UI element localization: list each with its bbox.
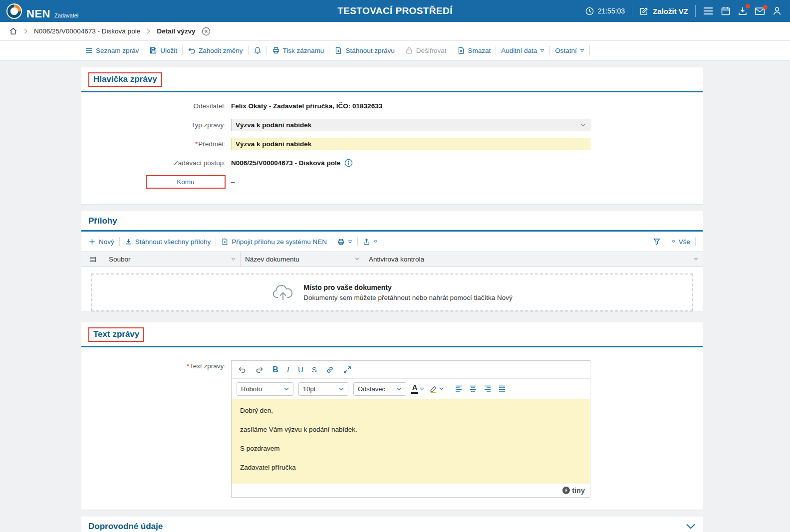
editor-undo-icon[interactable] [238, 366, 247, 373]
attach-from-nen-button[interactable]: Připojit přílohu ze systému NEN [221, 238, 327, 246]
nen-brand[interactable]: NEN Zadavatel [6, 3, 78, 19]
fullscreen-icon[interactable] [343, 365, 352, 374]
document-delete-icon [457, 46, 465, 54]
font-size-value: 10pt [303, 385, 315, 393]
export-attachments-menu[interactable] [363, 238, 378, 246]
toolbar-divider [216, 237, 216, 246]
toolbar-divider [332, 237, 332, 246]
message-type-value: Výzva k podání nabídek [236, 121, 311, 129]
procedure-value: N006/25/V00004673 - Disková pole [231, 159, 340, 167]
bold-button[interactable]: B [272, 365, 278, 374]
audit-data-label: Auditní data [501, 47, 537, 54]
create-vz-button[interactable]: Založit VZ [639, 6, 688, 16]
chevron-down-icon[interactable] [686, 524, 696, 530]
toolbar-divider [182, 46, 183, 55]
message-list-button[interactable]: Seznam zpráv [85, 46, 139, 54]
align-left-icon[interactable] [455, 385, 463, 392]
toolbar-divider [248, 46, 249, 55]
print-record-label: Tisk záznamu [283, 47, 324, 54]
download-message-label: Stáhnout zprávu [345, 47, 394, 54]
required-asterisk: * [187, 362, 189, 370]
italic-button[interactable]: I [287, 365, 289, 374]
strikethrough-button[interactable]: S [312, 365, 317, 374]
caret-down-icon [671, 240, 676, 244]
filter-caret-icon[interactable] [694, 258, 698, 261]
filter-caret-icon[interactable] [355, 258, 359, 261]
highlight-color-button[interactable] [429, 385, 444, 393]
create-vz-label: Založit VZ [653, 7, 688, 15]
filter-icon[interactable] [653, 238, 661, 246]
delete-label: Smazat [468, 47, 491, 54]
other-menu[interactable]: Ostatní [555, 47, 584, 54]
column-header-soubor[interactable]: Soubor [104, 252, 241, 266]
column-header-nazev[interactable]: Název dokumentu [241, 252, 364, 266]
attach-from-nen-label: Připojit přílohu ze systému NEN [232, 238, 327, 246]
breadcrumb-procedure[interactable]: N006/25/V00004673 - Disková pole [34, 27, 140, 35]
clock-icon [585, 6, 594, 16]
print-record-button[interactable]: Tisk záznamu [272, 46, 324, 54]
dropzone-title: Místo pro vaše dokumenty [303, 283, 513, 291]
message-type-select[interactable]: Výzva k podání nabídek [231, 119, 590, 131]
sender-row: Odesílatel: Felix Okátý - Zadavatel přír… [81, 96, 703, 115]
chevron-down-icon [420, 387, 424, 390]
required-asterisk: * [195, 140, 198, 148]
subject-input[interactable]: Výzva k podání nabídek [231, 138, 590, 150]
audit-data-menu[interactable]: Auditní data [501, 47, 544, 54]
print-attachments-menu[interactable] [337, 238, 352, 246]
calendar-button[interactable] [721, 6, 731, 16]
toolbar-divider [666, 237, 666, 246]
user-profile-button[interactable] [772, 6, 782, 16]
toolbar-divider [695, 237, 696, 246]
toolbar-divider [357, 237, 358, 246]
align-center-icon[interactable] [469, 385, 477, 392]
export-icon [363, 238, 370, 246]
undo-icon [188, 46, 196, 54]
align-justify-icon[interactable] [498, 385, 506, 392]
brand-subtitle: Zadavatel [54, 12, 78, 19]
attachments-dropzone[interactable]: Místo pro vaše dokumenty Dokumenty sem m… [91, 273, 693, 311]
font-family-select[interactable]: Roboto [237, 382, 293, 396]
accompanying-data-section-head[interactable]: Doprovodné údaje [81, 517, 703, 532]
link-icon[interactable] [325, 365, 334, 374]
home-icon[interactable] [9, 27, 17, 35]
environment-title: TESTOVACÍ PROSTŘEDÍ [337, 5, 453, 16]
procedure-label: Zadávací postup: [81, 159, 231, 167]
message-type-label: Typ zprávy: [81, 121, 231, 129]
chevron-right-icon [147, 28, 150, 34]
save-button[interactable]: Uložit [149, 46, 177, 54]
section-title-text-zpravy: Text zprávy [88, 327, 144, 342]
editor-redo-icon[interactable] [255, 366, 264, 373]
caret-down-icon [348, 240, 352, 244]
recipient-value: – [231, 178, 235, 186]
recipient-label[interactable]: Komu [146, 175, 226, 189]
column-header-antivir[interactable]: Antivirová kontrola [364, 252, 703, 266]
filter-caret-icon[interactable] [231, 258, 236, 261]
align-right-icon[interactable] [484, 385, 492, 392]
new-attachment-button[interactable]: Nový [88, 238, 114, 246]
notifications-bell-button[interactable] [254, 46, 262, 54]
highlight-pen-icon [429, 385, 438, 393]
font-size-select[interactable]: 10pt [298, 382, 348, 396]
attachments-table-header: Soubor Název dokumentu Antivirová kontro… [81, 252, 703, 267]
messages-button[interactable] [755, 7, 765, 15]
view-filter-menu[interactable]: Vše [671, 238, 690, 246]
chevron-right-icon [24, 28, 27, 34]
block-format-select[interactable]: Odstavec [353, 382, 406, 396]
discard-changes-button[interactable]: Zahodit změny [188, 46, 243, 54]
menu-button[interactable] [703, 6, 714, 15]
text-color-button[interactable]: A [411, 384, 424, 393]
message-text-editable-area[interactable]: Dobrý den, zasíláme Vám výzvu k podání n… [232, 399, 590, 484]
toolbar-divider [329, 46, 329, 55]
info-icon[interactable] [344, 159, 353, 167]
download-message-button[interactable]: Stáhnout zprávu [334, 46, 394, 54]
message-text-row: *Text zprávy: B I U S Roboto [81, 358, 703, 498]
download-all-attachments-button[interactable]: Stáhnout všechny přílohy [125, 238, 211, 246]
underline-button[interactable]: U [298, 365, 303, 374]
recipient-label-cell: Komu [81, 175, 231, 189]
close-tab-icon[interactable] [202, 27, 211, 36]
column-chooser-cell[interactable] [81, 252, 104, 266]
downloads-button[interactable] [738, 6, 748, 16]
delete-button[interactable]: Smazat [457, 46, 491, 54]
discard-changes-label: Zahodit změny [199, 47, 243, 54]
text-color-icon: A [411, 384, 418, 393]
